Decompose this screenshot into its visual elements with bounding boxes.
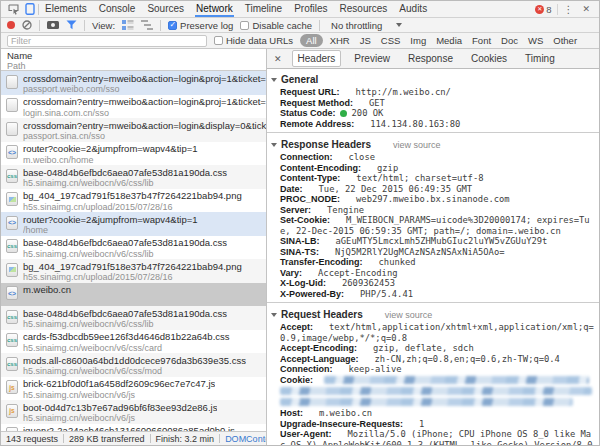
error-badge[interactable]: ✕ 8 xyxy=(535,4,551,15)
filter-funnel-icon[interactable] xyxy=(66,20,77,30)
details-tab[interactable]: Cookies xyxy=(466,51,512,66)
record-network-log-button[interactable] xyxy=(7,21,15,29)
hide-data-urls-checkbox-box[interactable] xyxy=(214,36,223,45)
file-type-icon xyxy=(6,263,18,277)
resource-type-filter[interactable]: Media xyxy=(433,34,465,47)
file-type-icon xyxy=(6,98,18,112)
request-name: m.weibo.cn xyxy=(23,285,71,296)
network-request-row[interactable]: router?cookie=2&jumpfrom=wapv4&tip=1 /ho… xyxy=(1,212,266,236)
details-tab[interactable]: Preview xyxy=(349,51,395,66)
devtools-panel-tab[interactable]: Audits xyxy=(393,1,433,17)
throttling-select[interactable]: No throttling xyxy=(327,20,402,31)
devtools-panel-tab[interactable]: Resources xyxy=(334,1,394,17)
resource-type-filter[interactable]: CSS xyxy=(378,34,404,47)
general-section-header[interactable]: General xyxy=(267,71,599,87)
resource-type-filter[interactable]: Font xyxy=(469,34,494,47)
details-tabbar: ✕ HeadersPreviewResponseCookiesTiming xyxy=(267,49,599,69)
network-request-row[interactable]: m.weibo.cn xyxy=(1,283,266,307)
header-name: SINA-LB: xyxy=(280,236,320,246)
devtools-panel-tab[interactable]: Profiles xyxy=(288,1,333,17)
network-request-row[interactable]: base-048d4b6efbdc6aea07afe53d81a190da.cs… xyxy=(1,306,266,330)
network-request-row[interactable]: brick-621bf0d0f1a6458df2609c96ec7e7c47.j… xyxy=(1,377,266,401)
devtools-panel-tab[interactable]: Console xyxy=(93,1,142,17)
hide-data-urls-checkbox[interactable]: Hide data URLs xyxy=(214,35,293,46)
resource-type-filter[interactable]: All xyxy=(300,34,323,47)
inspect-element-icon[interactable] xyxy=(5,4,22,15)
clear-network-log-button[interactable] xyxy=(22,20,32,30)
network-request-row[interactable]: boot-0d4d7c13b7e67ad96bf6f83ee93d2e86.js… xyxy=(1,400,266,424)
response-headers-section-header[interactable]: Response Headers view source xyxy=(267,136,599,152)
capture-screenshots-icon[interactable] xyxy=(47,21,59,29)
response-header-fields: Connection: close Content-Encoding: gzip… xyxy=(267,152,599,299)
request-path: h5s.sinaimg.cn/upload/2015/07/28/16 xyxy=(23,202,242,212)
details-tab[interactable]: Headers xyxy=(292,50,342,67)
preserve-log-checkbox[interactable]: Preserve log xyxy=(168,20,233,31)
view-source-link[interactable]: view source xyxy=(393,140,441,150)
devtools-panel-tab[interactable]: Elements xyxy=(39,1,93,17)
network-request-row[interactable]: crossdomain?entry=mweibo&action=login&pr… xyxy=(1,71,266,95)
network-request-row[interactable]: crossdomain?entry=mweibo&action=login&pr… xyxy=(1,95,266,119)
details-tab[interactable]: Timing xyxy=(520,51,560,66)
preserve-log-checkbox-box[interactable] xyxy=(168,21,177,30)
network-request-row[interactable]: base-048d4b6efbdc6aea07afe53d81a190da.cs… xyxy=(1,165,266,189)
file-type-icon xyxy=(6,216,18,230)
network-toolbar: View: Preserve log Disable cache No thro… xyxy=(1,18,599,33)
resource-type-filter[interactable]: Img xyxy=(407,34,429,47)
request-path: passport.weibo.com/sso xyxy=(23,84,266,94)
devtools-panel-tab[interactable]: Sources xyxy=(141,1,190,17)
large-request-rows-icon[interactable] xyxy=(122,20,134,30)
details-tab[interactable]: Response xyxy=(403,51,458,66)
network-request-row[interactable]: mods.all-c8600a64bd1dd0dcece976da3b639e3… xyxy=(1,353,266,377)
devtools-panel-tab[interactable]: Timeline xyxy=(239,1,288,17)
resource-type-filter[interactable]: JS xyxy=(357,34,374,47)
request-name: mods.all-c8600a64bd1dd0dcece976da3b639e3… xyxy=(23,356,246,367)
device-toolbar-icon[interactable] xyxy=(22,3,38,15)
file-type-icon xyxy=(6,333,18,347)
show-overview-icon[interactable] xyxy=(141,20,153,30)
more-options-icon[interactable]: ⋮ xyxy=(557,4,578,15)
view-label: View: xyxy=(92,20,115,31)
header-line: Status Code: 200 OK xyxy=(267,108,599,119)
status-dot xyxy=(316,206,323,213)
disable-cache-checkbox[interactable]: Disable cache xyxy=(240,20,312,31)
network-request-row[interactable]: bg_404_197cad791f518e37b47f7264221bab94.… xyxy=(1,189,266,213)
header-name: Connection: xyxy=(280,364,333,374)
request-path: h5.sinaimg.cn/weibocn/v6/js xyxy=(23,413,217,423)
header-line: Host: m.weibo.cn xyxy=(267,408,599,419)
request-path: h5.sinaimg.cn/weibocn/v6/css/lib xyxy=(23,319,227,329)
request-path: login.sina.com.cn/sso xyxy=(23,108,266,118)
resource-type-filter[interactable]: Doc xyxy=(498,34,521,47)
network-request-row[interactable]: jquery2-2a24acb46cb1316600660086a85ad0b0… xyxy=(1,424,266,432)
network-request-row[interactable]: crossdomain?entry=mweibo&action=login&di… xyxy=(1,118,266,142)
resource-type-filter[interactable]: WS xyxy=(525,34,546,47)
header-name: X-Log-Uid: xyxy=(280,278,326,288)
resource-type-filter[interactable]: XHR xyxy=(327,34,353,47)
header-name: Transfer-Encoding: xyxy=(280,257,363,267)
header-line: PROC_NODE: web297.mweibo.bx.sinanode.com xyxy=(267,194,599,205)
details-tabs: HeadersPreviewResponseCookiesTiming xyxy=(292,50,560,67)
view-source-link[interactable]: view source xyxy=(385,310,433,320)
devtools-panel-tab[interactable]: Network xyxy=(190,1,239,17)
network-request-row[interactable]: router?cookie=2&jumpfrom=wapv4&tip=1 m.w… xyxy=(1,142,266,166)
request-name: router?cookie=2&jumpfrom=wapv4&tip=1 xyxy=(23,144,198,155)
resource-type-filter[interactable]: Other xyxy=(550,34,580,47)
filter-input[interactable] xyxy=(7,35,207,47)
list-header[interactable]: Name Path xyxy=(1,49,266,71)
file-type-icon xyxy=(6,286,18,300)
status-dot xyxy=(349,290,356,297)
network-request-row[interactable]: bg_404_197cad791f518e37b47f7264221bab94.… xyxy=(1,259,266,283)
status-dot xyxy=(335,217,342,224)
file-type-icon xyxy=(6,357,18,371)
file-type-icon xyxy=(6,75,18,89)
close-details-icon[interactable]: ✕ xyxy=(272,54,284,64)
summary-transferred: 289 KB transferred xyxy=(69,434,145,444)
network-request-row[interactable]: cards-f53dbcdb59ee126f3d4646d81b22a64b.c… xyxy=(1,330,266,354)
disable-cache-checkbox-box[interactable] xyxy=(240,21,249,30)
request-headers-section-header[interactable]: Request Headers view source xyxy=(267,306,599,322)
throttling-value: No throttling xyxy=(331,20,382,31)
general-fields: Request URL: http://m.weibo.cn/ Request … xyxy=(267,87,599,129)
close-devtools-icon[interactable]: ✕ xyxy=(578,4,595,14)
header-value: web297.mweibo.bx.sinanode.com xyxy=(356,194,510,204)
header-name: Date: xyxy=(280,184,303,194)
network-request-row[interactable]: base-048d4b6efbdc6aea07afe53d81a190da.cs… xyxy=(1,236,266,260)
